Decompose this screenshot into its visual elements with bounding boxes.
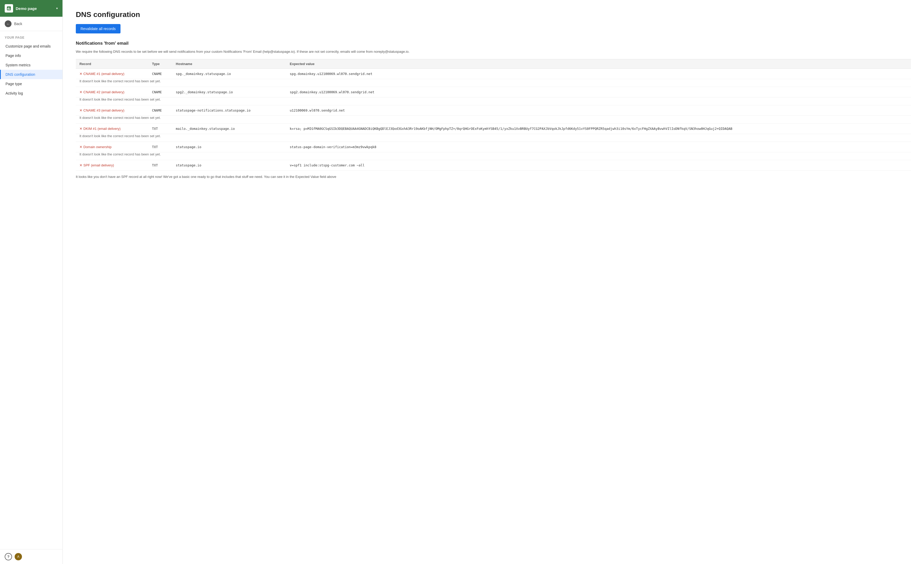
table-row: ✕CNAME #2 (email delivery)CNAMEspg2._dom… bbox=[76, 87, 911, 97]
svg-rect-3 bbox=[10, 9, 10, 10]
col-type: Type bbox=[148, 59, 172, 69]
x-icon: ✕ bbox=[80, 72, 82, 76]
table-row: ✕CNAME #1 (email delivery)CNAMEspg._doma… bbox=[76, 69, 911, 79]
sidebar: Demo page ▾ ← Back Your page Customize p… bbox=[0, 0, 63, 564]
x-icon: ✕ bbox=[80, 127, 82, 131]
back-button[interactable]: ← Back bbox=[0, 17, 63, 31]
page-title: DNS configuration bbox=[76, 10, 911, 19]
record-hostname: mailo._domainkey.statuspage.io bbox=[172, 123, 286, 134]
sidebar-item-customize[interactable]: Customize page and emails bbox=[0, 42, 63, 51]
spf-note: It looks like you don't have an SPF reco… bbox=[76, 174, 911, 180]
error-message: It doesn't look like the correct record … bbox=[76, 79, 911, 87]
error-message: It doesn't look like the correct record … bbox=[76, 115, 911, 123]
record-expected: u12100069.wl070.sendgrid.net bbox=[286, 105, 911, 115]
sidebar-bottom: ? A bbox=[0, 549, 63, 564]
col-hostname: Hostname bbox=[172, 59, 286, 69]
error-message: It doesn't look like the correct record … bbox=[76, 134, 911, 142]
record-expected: spg2.domainkey.u12100069.wl070.sendgrid.… bbox=[286, 87, 911, 97]
sidebar-item-page-type[interactable]: Page type bbox=[0, 79, 63, 88]
record-type: CNAME bbox=[148, 87, 172, 97]
record-link-4[interactable]: Domain ownership bbox=[83, 145, 112, 149]
record-type: TXT bbox=[148, 142, 172, 152]
app-logo bbox=[5, 4, 13, 12]
avatar[interactable]: A bbox=[15, 553, 22, 560]
table-row: ✕SPF (email delivery)TXTstatuspage.iov=s… bbox=[76, 160, 911, 170]
error-row: It doesn't look like the correct record … bbox=[76, 79, 911, 87]
table-row: ✕Domain ownershipTXTstatuspage.iostatus-… bbox=[76, 142, 911, 152]
error-message: It doesn't look like the correct record … bbox=[76, 97, 911, 105]
record-expected: v=spf1 include:stspg-customer.com ~all bbox=[286, 160, 911, 170]
error-row: It doesn't look like the correct record … bbox=[76, 152, 911, 160]
sidebar-item-system-metrics[interactable]: System metrics bbox=[0, 60, 63, 70]
table-row: ✕CNAME #3 (email delivery)CNAMEstatuspag… bbox=[76, 105, 911, 115]
section-title: Notifications 'from' email bbox=[76, 41, 911, 46]
record-hostname: statuspage-notifications.statuspage.io bbox=[172, 105, 286, 115]
demo-page-label: Demo page bbox=[16, 6, 55, 11]
record-link-1[interactable]: CNAME #2 (email delivery) bbox=[83, 90, 124, 94]
record-expected: spg.domainkey.u12100069.wl070.sendgrid.n… bbox=[286, 69, 911, 79]
svg-rect-2 bbox=[9, 7, 9, 10]
sidebar-section-label: Your page bbox=[0, 31, 63, 42]
record-hostname: spg._domainkey.statuspage.io bbox=[172, 69, 286, 79]
col-expected: Expected value bbox=[286, 59, 911, 69]
sidebar-item-activity-log[interactable]: Activity log bbox=[0, 88, 63, 98]
record-link-0[interactable]: CNAME #1 (email delivery) bbox=[83, 72, 124, 76]
help-button[interactable]: ? bbox=[5, 553, 12, 560]
record-expected: status-page-domain-verification=m3mz9vwk… bbox=[286, 142, 911, 152]
x-icon: ✕ bbox=[80, 109, 82, 112]
record-link-5[interactable]: SPF (email delivery) bbox=[83, 163, 114, 167]
record-type: CNAME bbox=[148, 105, 172, 115]
record-link-2[interactable]: CNAME #3 (email delivery) bbox=[83, 108, 124, 112]
record-hostname: statuspage.io bbox=[172, 160, 286, 170]
error-row: It doesn't look like the correct record … bbox=[76, 134, 911, 142]
chevron-down-icon: ▾ bbox=[56, 6, 58, 10]
error-row: It doesn't look like the correct record … bbox=[76, 115, 911, 123]
description-text: We require the following DNS records to … bbox=[76, 49, 911, 54]
record-hostname: spg2._domainkey.statuspage.io bbox=[172, 87, 286, 97]
error-message: It doesn't look like the correct record … bbox=[76, 152, 911, 160]
record-expected: k=rsa; p=MIGfMA0GCSqGSIb3DQEBAQUAA4GNADC… bbox=[286, 123, 911, 134]
logo-area[interactable]: Demo page ▾ bbox=[0, 0, 63, 17]
record-type: TXT bbox=[148, 123, 172, 134]
svg-rect-1 bbox=[8, 8, 8, 10]
sidebar-item-page-info[interactable]: Page info bbox=[0, 51, 63, 60]
x-icon: ✕ bbox=[80, 90, 82, 94]
x-icon: ✕ bbox=[80, 145, 82, 149]
col-record: Record bbox=[76, 59, 148, 69]
table-row: ✕DKIM #1 (email delivery)TXTmailo._domai… bbox=[76, 123, 911, 134]
revalidate-button[interactable]: Revalidate all records bbox=[76, 24, 120, 33]
sidebar-nav: Customize page and emails Page info Syst… bbox=[0, 42, 63, 98]
sidebar-item-dns-configuration[interactable]: DNS configuration bbox=[0, 70, 63, 79]
dns-table: Record Type Hostname Expected value ✕CNA… bbox=[76, 59, 911, 171]
main-content: DNS configuration Revalidate all records… bbox=[63, 0, 924, 564]
record-hostname: statuspage.io bbox=[172, 142, 286, 152]
record-type: TXT bbox=[148, 160, 172, 170]
back-label: Back bbox=[14, 22, 22, 26]
x-icon: ✕ bbox=[80, 163, 82, 167]
back-icon: ← bbox=[5, 20, 12, 27]
error-row: It doesn't look like the correct record … bbox=[76, 97, 911, 105]
record-link-3[interactable]: DKIM #1 (email delivery) bbox=[83, 127, 120, 131]
record-type: CNAME bbox=[148, 69, 172, 79]
